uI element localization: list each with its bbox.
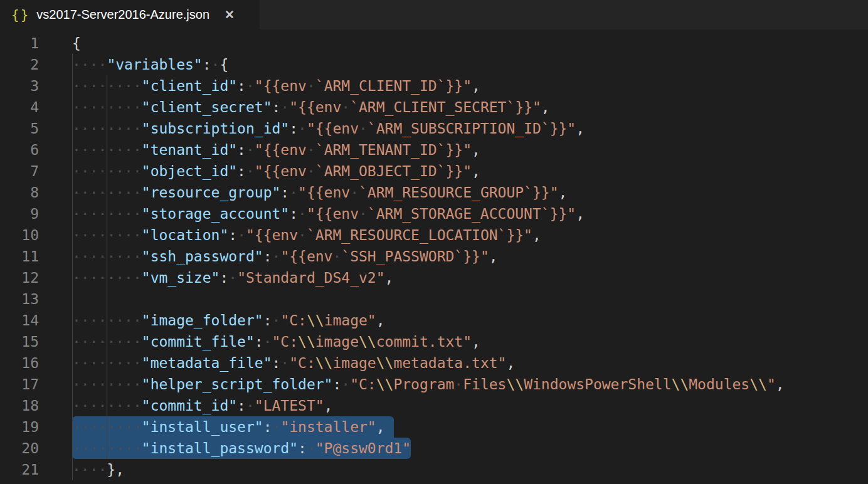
code-token: "LATEST" [255,397,324,414]
whitespace-dots: · [237,227,246,243]
code-token: , [472,163,480,179]
code-line[interactable]: 12········"vm_size":·"Standard_DS4_v2", [0,267,868,288]
line-number[interactable]: 19 [0,416,39,438]
whitespace-dots: ········ [72,334,142,350]
code-token: : [237,142,246,158]
code-token: \\ [506,376,524,392]
code-line[interactable]: 1{ [0,33,868,54]
code-line[interactable]: 7········"object_id":·"{{env·`ARM_OBJECT… [0,160,868,182]
whitespace-dots: ········ [72,184,142,201]
code-line[interactable]: 13 [0,288,868,310]
code-line[interactable]: 3········"client_id":·"{{env·`ARM_CLIENT… [0,75,868,97]
code-line[interactable]: 2····"variables":·{ [0,54,868,75]
line-number[interactable]: 4 [0,97,39,118]
code-token: "C: [350,376,376,392]
whitespace-dots: ···· [72,56,107,73]
whitespace-dots: · [280,355,289,371]
code-editor[interactable]: 1{2····"variables":·{3········"client_id… [0,29,868,480]
indent-guide [72,288,73,310]
tab-vs2017-server2016-azure-json[interactable]: {} vs2017-Server2016-Azure.json ✕ [0,0,260,29]
code-line[interactable]: 19········"install_user":·"installer", [0,416,868,438]
line-number[interactable]: 1 [0,33,39,54]
code-line[interactable]: 20········"install_password":·"P@ssw0rd1… [0,438,868,459]
line-number[interactable]: 15 [0,331,39,352]
code-token: "client_secret" [142,99,272,115]
code-token: image [315,334,359,350]
code-line[interactable]: 18········"commit_id":·"LATEST", [0,395,868,416]
code-token: { [72,35,81,51]
code-token: "C: [280,312,307,329]
line-number[interactable]: 14 [0,310,39,331]
code-token: { [220,56,228,73]
line-number[interactable]: 13 [0,288,39,310]
whitespace-dots: ········ [72,227,142,243]
code-line[interactable]: 21····}, [0,459,868,480]
code-token: "installer" [280,419,376,435]
whitespace-dots: ········ [72,419,142,435]
code-token: , [576,206,585,222]
line-number[interactable]: 7 [0,160,39,182]
whitespace-dots: · [341,99,350,115]
code-token: "P@ssw0rd1" [315,440,411,456]
line-number[interactable]: 21 [0,459,39,480]
code-token: "tenant_id" [142,142,237,158]
code-token: , [506,355,515,371]
code-token: : [298,440,307,456]
line-number[interactable]: 2 [0,54,39,75]
line-number[interactable]: 9 [0,203,39,224]
code-token: : [272,99,281,115]
whitespace-dots: · [341,376,350,392]
code-line[interactable]: 14········"image_folder":·"C:\\image", [0,310,868,331]
line-number[interactable]: 11 [0,246,39,267]
whitespace-dots: · [359,206,368,222]
code-token: : [263,312,272,329]
code-line[interactable]: 4········"client_secret":·"{{env·`ARM_CL… [0,97,868,118]
close-tab-icon[interactable]: ✕ [225,9,235,21]
code-line[interactable]: 9········"storage_account":·"{{env·`ARM_… [0,203,868,224]
line-number[interactable]: 17 [0,374,39,395]
whitespace-dots: ········ [72,248,142,265]
line-number[interactable]: 5 [0,118,39,139]
code-token: "location" [142,227,228,243]
code-token: \\ [315,355,333,371]
code-line[interactable]: 17········"helper_script_folder":·"C:\\P… [0,374,868,395]
code-token: "subscription_id" [142,120,289,137]
code-line[interactable]: 5········"subscription_id":·"{{env·`ARM_… [0,118,868,139]
code-line[interactable]: 8········"resource_group":·"{{env·`ARM_R… [0,182,868,203]
code-token: `ARM_RESOURCE_GROUP`}}" [359,184,559,201]
code-token: , [472,78,480,94]
code-token: "C: [289,355,315,371]
whitespace-dots: · [307,78,315,94]
line-number[interactable]: 12 [0,267,39,288]
code-token: \\ [359,334,376,350]
code-token: `ARM_CLIENT_SECRET`}}" [350,99,541,115]
whitespace-dots: · [307,440,315,456]
whitespace-dots: · [350,184,359,201]
whitespace-dots: ········ [72,440,142,456]
code-token: "metadata_file" [142,355,272,371]
code-token: \\ [376,355,394,371]
code-line[interactable]: 16········"metadata_file":·"C:\\image\\m… [0,352,868,374]
whitespace-dots: ········ [72,163,142,179]
code-token: Modules [689,376,749,392]
whitespace-dots: ········ [72,397,142,414]
line-number[interactable]: 18 [0,395,39,416]
whitespace-dots: · [454,376,463,392]
line-number[interactable]: 3 [0,75,39,97]
line-number[interactable]: 10 [0,224,39,246]
line-number[interactable]: 6 [0,139,39,160]
line-number[interactable]: 16 [0,352,39,374]
line-number[interactable]: 20 [0,438,39,459]
whitespace-dots: ········ [72,270,142,286]
code-line[interactable]: 15········"commit_file":·"C:\\image\\com… [0,331,868,352]
code-line[interactable]: 11········"ssh_password":·"{{env·`SSH_PA… [0,246,868,267]
whitespace-dots: · [228,270,237,286]
code-token: , [385,270,394,286]
code-line[interactable]: 10········"location":·"{{env·`ARM_RESOUR… [0,224,868,246]
code-token: "{{env [255,163,307,179]
code-line[interactable]: 6········"tenant_id":·"{{env·`ARM_TENANT… [0,139,868,160]
editor-window: {} vs2017-Server2016-Azure.json ✕ 1{2···… [0,0,868,480]
code-token: : [272,355,281,371]
whitespace-dots: · [289,184,298,201]
line-number[interactable]: 8 [0,182,39,203]
